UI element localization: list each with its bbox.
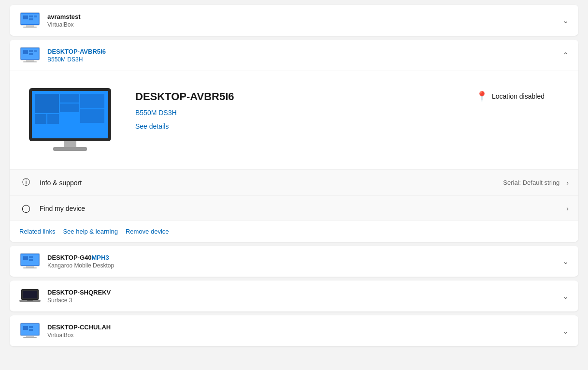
chevron-down-icon-cchulah: ⌄ (562, 326, 569, 336)
device-card-avramstest: avramstest VirtualBox ⌄ (10, 5, 578, 36)
desktop-icon-g40mph3 (19, 252, 41, 270)
device-name-shqrekv: DESKTOP-SHQREKV (47, 289, 558, 296)
links-row: Related links See help & learning Remove… (10, 221, 578, 242)
svg-rect-45 (23, 337, 37, 338)
svg-rect-13 (34, 50, 37, 52)
device-detail-info: DESKTOP-AVBR5I6 B550M DS3H See details (135, 86, 457, 130)
device-card-shqrekv: DESKTOP-SHQREKV Surface 3 ⌄ (10, 281, 578, 311)
device-sub-shqrekv: Surface 3 (47, 297, 558, 304)
svg-rect-14 (26, 60, 34, 61)
svg-rect-21 (60, 94, 79, 103)
laptop-icon-shqrekv (19, 287, 41, 305)
find-device-icon: ◯ (19, 204, 33, 213)
svg-rect-38 (27, 300, 33, 301)
svg-rect-24 (80, 109, 104, 123)
info-support-row[interactable]: ⓘ Info & support Serial: Default string … (10, 170, 578, 196)
device-name-avramstest: avramstest (47, 13, 558, 20)
desktop-icon-cchulah (19, 322, 41, 340)
svg-rect-31 (29, 259, 33, 261)
device-sub-avramstest: VirtualBox (47, 21, 558, 28)
device-card-cchulah: DESKTOP-CCHULAH VirtualBox ⌄ (10, 315, 578, 346)
svg-rect-12 (29, 53, 33, 55)
svg-rect-5 (34, 15, 37, 17)
device-sub-avbr5i6: B550M DS3H (47, 56, 558, 63)
chevron-right-icon-2: › (566, 205, 569, 212)
info-icon: ⓘ (19, 178, 33, 188)
svg-rect-41 (23, 326, 28, 330)
svg-rect-33 (23, 267, 37, 268)
help-learning-link[interactable]: See help & learning (63, 228, 117, 235)
device-row-cchulah[interactable]: DESKTOP-CCHULAH VirtualBox ⌄ (10, 315, 578, 346)
svg-rect-11 (29, 50, 33, 52)
svg-rect-30 (29, 256, 33, 258)
chevron-down-icon-g40: ⌄ (562, 257, 569, 266)
find-device-label: Find my device (40, 205, 566, 212)
svg-rect-3 (29, 15, 33, 17)
chevron-down-icon-shqrekv: ⌄ (562, 292, 569, 301)
device-name-part1: DESKTOP-G40 (47, 254, 92, 261)
device-card-g40mph3: DESKTOP-G40MPH3 Kangaroo Mobile Desktop … (10, 246, 578, 277)
svg-rect-44 (26, 336, 34, 337)
svg-rect-20 (47, 114, 59, 124)
info-support-label: Info & support (40, 179, 503, 187)
device-detail-name: DESKTOP-AVBR5I6 (135, 90, 457, 103)
pc-svg (24, 86, 116, 153)
device-name-avbr5i6: DESKTOP-AVBR5I6 (47, 48, 558, 55)
svg-rect-15 (23, 61, 37, 62)
svg-rect-2 (23, 15, 28, 19)
device-card-avbr5i6: DESKTOP-AVBR5I6 B550M DS3H ⌃ (10, 40, 578, 242)
location-pin-icon: 📍 (476, 90, 488, 102)
device-sub-g40mph3: Kangaroo Mobile Desktop (47, 262, 558, 269)
chevron-right-icon: › (566, 179, 569, 187)
svg-rect-32 (26, 266, 34, 267)
desktop-icon (19, 12, 41, 29)
device-row-shqrekv[interactable]: DESKTOP-SHQREKV Surface 3 ⌄ (10, 281, 578, 311)
svg-rect-26 (53, 147, 87, 151)
device-expanded-body: DESKTOP-AVBR5I6 B550M DS3H See details 📍… (10, 71, 578, 155)
expanded-options: ⓘ Info & support Serial: Default string … (10, 169, 578, 221)
device-info-g40mph3: DESKTOP-G40MPH3 Kangaroo Mobile Desktop (47, 254, 558, 269)
device-info-cchulah: DESKTOP-CCHULAH VirtualBox (47, 324, 558, 339)
svg-rect-42 (29, 326, 33, 328)
svg-rect-22 (60, 104, 79, 112)
svg-rect-10 (23, 50, 28, 54)
desktop-icon-avbr5i6 (19, 46, 41, 64)
device-name-g40mph3: DESKTOP-G40MPH3 (47, 254, 558, 261)
svg-rect-7 (23, 27, 37, 28)
device-row-g40mph3[interactable]: DESKTOP-G40MPH3 Kangaroo Mobile Desktop … (10, 246, 578, 277)
device-name-highlight: MPH3 (92, 254, 109, 261)
find-device-row[interactable]: ◯ Find my device › (10, 196, 578, 221)
remove-device-link[interactable]: Remove device (126, 228, 169, 235)
svg-rect-29 (23, 256, 28, 260)
location-section: 📍 Location disabled (476, 86, 564, 102)
svg-rect-43 (29, 329, 33, 331)
svg-rect-6 (26, 25, 34, 27)
svg-rect-18 (35, 94, 59, 113)
chevron-down-icon: ⌄ (562, 16, 569, 25)
device-info-avramstest: avramstest VirtualBox (47, 13, 558, 28)
related-links[interactable]: Related links (19, 228, 55, 235)
device-row-avramstest[interactable]: avramstest VirtualBox ⌄ (10, 5, 578, 36)
device-detail-model: B550M DS3H (135, 109, 457, 117)
device-sub-cchulah: VirtualBox (47, 332, 558, 339)
serial-value: Serial: Default string (503, 179, 559, 186)
svg-rect-36 (23, 291, 37, 298)
chevron-up-icon: ⌃ (562, 51, 569, 60)
device-info-avbr5i6: DESKTOP-AVBR5I6 B550M DS3H (47, 48, 558, 63)
pc-illustration (24, 86, 116, 155)
see-details-link[interactable]: See details (135, 122, 169, 130)
svg-rect-4 (29, 18, 33, 20)
svg-rect-19 (35, 114, 46, 124)
device-row-avbr5i6[interactable]: DESKTOP-AVBR5I6 B550M DS3H ⌃ (10, 40, 578, 71)
svg-rect-23 (80, 94, 104, 108)
device-name-cchulah: DESKTOP-CCHULAH (47, 324, 558, 331)
device-info-shqrekv: DESKTOP-SHQREKV Surface 3 (47, 289, 558, 304)
svg-rect-25 (64, 141, 76, 147)
location-text: Location disabled (492, 92, 545, 100)
